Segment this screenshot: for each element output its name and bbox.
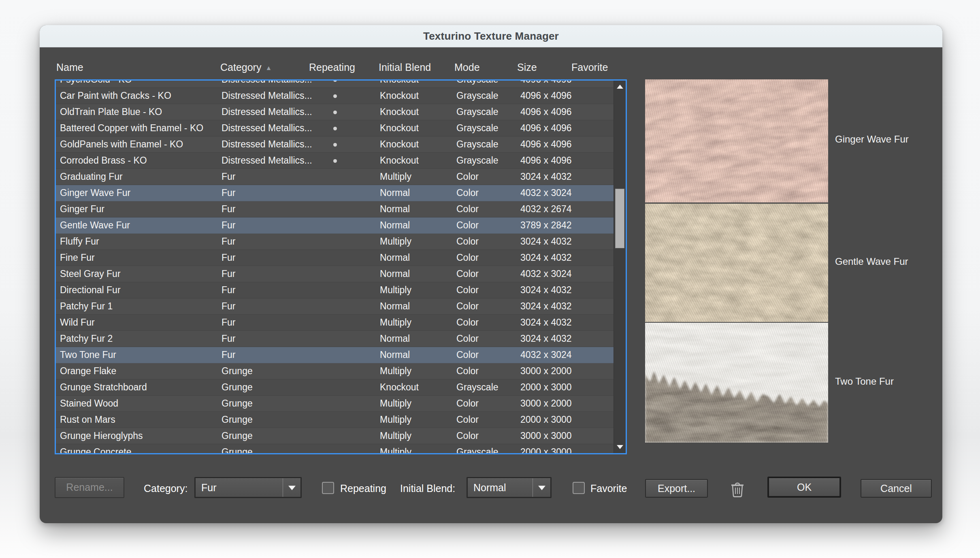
table-row[interactable]: Ginger Wave FurFurNormalColor4032 x 3024	[56, 185, 614, 201]
table-row[interactable]: PsychoGold - KODistressed Metallics...Kn…	[56, 79, 614, 88]
cell-size: 3024 x 4032	[520, 298, 572, 314]
table-row[interactable]: Grunge ConcreteGrungeMultiplyGrayscale20…	[56, 444, 614, 454]
table-row[interactable]: Steel Gray FurFurNormalColor4032 x 3024	[56, 266, 614, 282]
table-row[interactable]: Fluffy FurFurMultiplyColor3024 x 4032	[56, 234, 614, 250]
category-dropdown[interactable]: Fur	[194, 477, 302, 498]
preview-label: Two Tone Fur	[835, 376, 894, 387]
cell-name: Corroded Brass - KO	[60, 153, 147, 168]
table-row[interactable]: Directional FurFurMultiplyColor3024 x 40…	[56, 282, 614, 298]
cell-category: Fur	[222, 185, 236, 201]
cell-category: Grunge	[222, 412, 253, 428]
table-row[interactable]: Stained WoodGrungeMultiplyColor3000 x 20…	[56, 396, 614, 412]
cell-size: 2000 x 3000	[520, 412, 572, 428]
cell-blend: Multiply	[380, 444, 411, 454]
table-row[interactable]: Ginger FurFurNormalColor4032 x 2674	[56, 201, 614, 217]
cell-blend: Multiply	[380, 282, 411, 298]
cell-blend: Knockout	[380, 120, 419, 136]
cell-name: Grunge Hieroglyphs	[60, 428, 143, 444]
cell-category: Grunge	[222, 363, 253, 379]
table-row[interactable]: OldTrain Plate Blue - KODistressed Metal…	[56, 104, 614, 120]
scroll-down-arrow-icon[interactable]	[614, 442, 626, 452]
column-header-mode[interactable]: Mode	[454, 62, 480, 73]
table-row[interactable]: Graduating FurFurMultiplyColor3024 x 403…	[56, 169, 614, 185]
ok-button[interactable]: OK	[767, 477, 841, 498]
cell-category: Fur	[222, 315, 236, 330]
repeating-dot-icon	[328, 120, 341, 136]
repeating-dot-icon	[328, 104, 341, 120]
cell-size: 3024 x 4032	[520, 234, 572, 249]
cell-category: Grunge	[222, 379, 253, 395]
repeating-checkbox[interactable]	[322, 482, 334, 494]
cell-name: Orange Flake	[60, 363, 116, 379]
cell-mode: Color	[456, 347, 479, 363]
cell-category: Fur	[222, 298, 236, 314]
favorite-checkbox[interactable]	[573, 482, 585, 494]
cell-name: Rust on Mars	[60, 412, 115, 428]
table-row[interactable]: Grunge StratchboardGrungeKnockoutGraysca…	[56, 379, 614, 396]
cell-mode: Color	[456, 234, 479, 249]
cell-name: Patchy Fur 2	[60, 331, 113, 347]
cancel-button[interactable]: Cancel	[861, 479, 932, 498]
table-row[interactable]: Patchy Fur 2FurNormalColor3024 x 4032	[56, 331, 614, 347]
cell-name: Graduating Fur	[60, 169, 123, 185]
column-header-name[interactable]: Name	[56, 62, 83, 73]
column-header-initial-blend[interactable]: Initial Blend	[379, 62, 431, 73]
export-button[interactable]: Export...	[645, 479, 708, 498]
cell-blend: Multiply	[380, 315, 411, 330]
cell-size: 3000 x 3000	[520, 428, 572, 444]
table-row[interactable]: Gentle Wave FurFurNormalColor3789 x 2842	[56, 217, 614, 234]
table-row[interactable]: Battered Copper with Enamel - KODistress…	[56, 120, 614, 136]
cell-mode: Color	[456, 298, 479, 314]
cell-mode: Grayscale	[456, 136, 499, 152]
table-row[interactable]: Grunge HieroglyphsGrungeMultiplyColor300…	[56, 428, 614, 444]
cell-name: Gentle Wave Fur	[60, 217, 130, 233]
cell-size: 3024 x 4032	[520, 315, 572, 330]
chevron-down-icon[interactable]	[533, 478, 550, 497]
column-header-size[interactable]: Size	[517, 62, 537, 73]
cell-mode: Color	[456, 315, 479, 330]
cell-size: 3024 x 4032	[520, 169, 572, 185]
cell-mode: Grayscale	[456, 444, 499, 454]
table-row[interactable]: Corroded Brass - KODistressed Metallics.…	[56, 153, 614, 169]
table-row[interactable]: Patchy Fur 1FurNormalColor3024 x 4032	[56, 298, 614, 315]
category-dropdown-value: Fur	[201, 478, 217, 497]
cell-blend: Normal	[380, 185, 410, 201]
table-row[interactable]: Wild FurFurMultiplyColor3024 x 4032	[56, 315, 614, 331]
cell-name: Patchy Fur 1	[60, 298, 113, 314]
category-label: Category:	[144, 478, 187, 499]
cell-mode: Grayscale	[456, 379, 499, 395]
scroll-up-arrow-icon[interactable]	[614, 81, 626, 92]
column-header-favorite[interactable]: Favorite	[571, 62, 608, 73]
trash-icon[interactable]	[730, 481, 745, 499]
cell-category: Distressed Metallics...	[222, 88, 312, 104]
cell-size: 3024 x 4032	[520, 282, 572, 298]
table-row[interactable]: Rust on MarsGrungeMultiplyColor2000 x 30…	[56, 412, 614, 428]
cell-mode: Grayscale	[456, 79, 499, 87]
table-row[interactable]: GoldPanels with Enamel - KODistressed Me…	[56, 136, 614, 153]
cell-size: 2000 x 3000	[520, 379, 572, 395]
chevron-down-icon[interactable]	[283, 478, 300, 497]
table-row[interactable]: Two Tone FurFurNormalColor4032 x 3024	[56, 347, 614, 363]
cell-category: Fur	[222, 331, 236, 347]
table-row[interactable]: Car Paint with Cracks - KODistressed Met…	[56, 88, 614, 104]
initial-blend-dropdown[interactable]: Normal	[467, 477, 552, 498]
rename-button[interactable]: Rename...	[55, 477, 124, 498]
cell-category: Grunge	[222, 444, 253, 454]
cell-size: 4096 x 4096	[520, 104, 572, 120]
column-header-category[interactable]: Category▲	[220, 62, 272, 73]
column-header-repeating[interactable]: Repeating	[309, 62, 355, 73]
vertical-scrollbar[interactable]	[614, 81, 626, 453]
cell-size: 4032 x 2674	[520, 201, 572, 217]
preview-label: Ginger Wave Fur	[835, 134, 909, 145]
cell-blend: Knockout	[380, 79, 419, 87]
cell-blend: Normal	[380, 250, 410, 266]
scrollbar-thumb[interactable]	[615, 189, 624, 248]
cell-blend: Multiply	[380, 396, 411, 411]
texture-list: PsychoGold - KODistressed Metallics...Kn…	[56, 79, 614, 454]
table-row[interactable]: Orange FlakeGrungeMultiplyColor3000 x 20…	[56, 363, 614, 379]
table-row[interactable]: Fine FurFurNormalColor3024 x 4032	[56, 250, 614, 266]
cell-name: Grunge Concrete	[60, 444, 131, 454]
preview-label: Gentle Wave Fur	[835, 256, 908, 267]
repeating-dot-icon	[328, 153, 341, 168]
cell-name: Ginger Wave Fur	[60, 185, 130, 201]
